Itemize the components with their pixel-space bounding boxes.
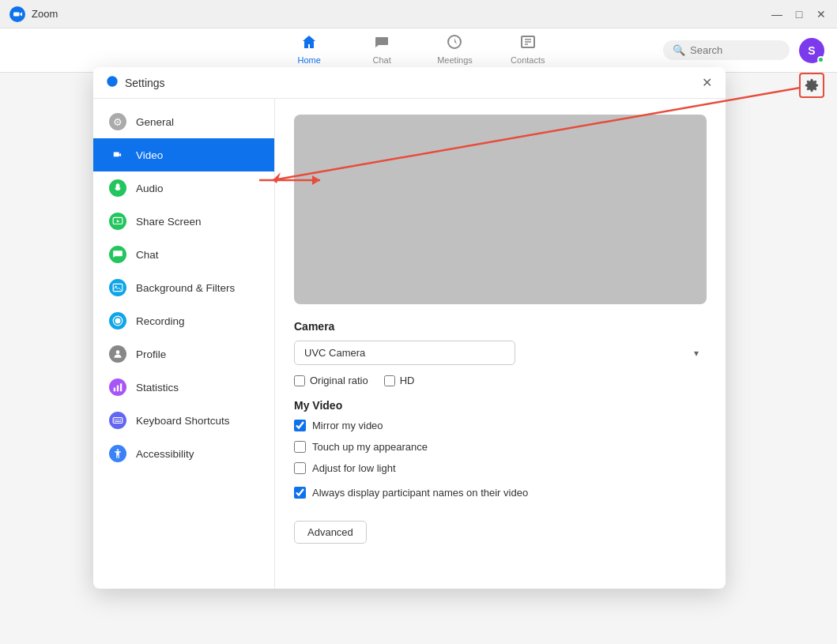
home-icon [301, 34, 317, 54]
maximize-button[interactable]: □ [793, 8, 805, 21]
settings-content: Camera UVC Camera ▾ Original ratio HD [275, 99, 726, 589]
app-logo [9, 6, 25, 22]
participant-names-label: Always display participant names on thei… [312, 487, 528, 499]
settings-body: ⚙ General Video [93, 99, 726, 589]
chat-nav-icon [374, 34, 390, 54]
sidebar-item-audio[interactable]: Audio [93, 171, 274, 205]
search-area: 🔍 [663, 40, 790, 60]
sidebar-label-recording: Recording [136, 315, 185, 327]
nav-items: Home Chat Meetings [285, 31, 552, 70]
sidebar-label-audio: Audio [136, 183, 164, 194]
hd-checkbox[interactable] [384, 375, 395, 386]
original-ratio-label: Original ratio [310, 375, 368, 386]
sidebar-label-keyboard: Keyboard Shortcuts [136, 415, 230, 427]
low-light-label: Adjust for low light [312, 462, 396, 474]
touch-up-label: Touch up my appearance [312, 441, 428, 453]
gear-button[interactable] [799, 73, 824, 98]
sidebar-item-recording[interactable]: Recording [93, 304, 274, 337]
recording-icon [109, 312, 126, 330]
svg-rect-13 [114, 388, 115, 392]
participant-names-checkbox[interactable] [294, 487, 306, 499]
general-icon: ⚙ [109, 113, 126, 130]
search-icon: 🔍 [673, 44, 685, 56]
nav-label-home: Home [298, 55, 321, 65]
titlebar: Zoom — □ ✕ [0, 0, 837, 28]
mirror-option[interactable]: Mirror my video [294, 420, 707, 431]
settings-header-icon [106, 75, 119, 91]
svg-marker-7 [117, 220, 120, 223]
sidebar-item-statistics[interactable]: Statistics [93, 371, 274, 404]
svg-rect-19 [119, 419, 119, 420]
nav-item-contacts[interactable]: Contacts [504, 31, 552, 70]
touch-up-checkbox[interactable] [294, 441, 306, 453]
camera-select[interactable]: UVC Camera [294, 341, 515, 365]
settings-header: Settings ✕ [93, 67, 726, 99]
svg-rect-21 [115, 421, 121, 422]
svg-point-10 [115, 318, 121, 324]
nav-item-chat[interactable]: Chat [358, 31, 405, 70]
svg-rect-15 [120, 383, 122, 391]
sidebar-label-chat: Chat [136, 249, 159, 261]
sidebar-item-chat[interactable]: Chat [93, 238, 274, 271]
avatar[interactable]: S [799, 38, 824, 63]
svg-rect-17 [115, 419, 115, 420]
avatar-initials: S [808, 44, 815, 57]
sidebar-item-general[interactable]: ⚙ General [93, 105, 274, 138]
nav-label-contacts: Contacts [511, 55, 545, 65]
background-icon [109, 279, 126, 296]
original-ratio-option[interactable]: Original ratio [294, 375, 368, 386]
avatar-area: S [799, 38, 824, 63]
gear-icon [805, 78, 819, 92]
nav-label-chat: Chat [373, 55, 391, 65]
camera-section-label: Camera [294, 320, 707, 333]
settings-sidebar: ⚙ General Video [93, 99, 275, 589]
audio-icon [109, 179, 126, 197]
mirror-label: Mirror my video [312, 420, 383, 431]
nav-label-meetings: Meetings [437, 55, 473, 65]
low-light-checkbox[interactable] [294, 462, 306, 474]
sidebar-label-profile: Profile [136, 348, 166, 360]
hd-label: HD [400, 375, 415, 386]
chat-icon [109, 246, 126, 263]
touch-up-option[interactable]: Touch up my appearance [294, 441, 707, 453]
svg-rect-16 [113, 418, 123, 424]
sidebar-item-keyboard[interactable]: Keyboard Shortcuts [93, 404, 274, 437]
video-preview [294, 115, 707, 304]
settings-close-button[interactable]: ✕ [697, 73, 716, 92]
select-arrow-icon: ▾ [694, 348, 699, 359]
accessibility-icon [109, 445, 126, 462]
stats-icon [109, 378, 126, 396]
camera-select-wrapper: UVC Camera ▾ [294, 341, 707, 365]
sidebar-item-accessibility[interactable]: Accessibility [93, 437, 274, 470]
app-container: Home Chat Meetings [0, 28, 837, 644]
svg-point-22 [117, 449, 119, 450]
status-dot [817, 56, 824, 63]
nav-item-home[interactable]: Home [285, 31, 333, 70]
sidebar-label-share: Share Screen [136, 216, 202, 228]
sidebar-item-background[interactable]: Background & Filters [93, 271, 274, 304]
search-box[interactable]: 🔍 [663, 40, 790, 60]
nav-item-meetings[interactable]: Meetings [431, 31, 479, 70]
sidebar-item-video[interactable]: Video [93, 138, 274, 171]
contacts-icon [520, 34, 536, 54]
settings-modal: Settings ✕ ⚙ General Video [93, 67, 726, 589]
minimize-button[interactable]: — [771, 8, 783, 21]
low-light-option[interactable]: Adjust for low light [294, 462, 707, 474]
hd-option[interactable]: HD [384, 375, 415, 386]
svg-rect-18 [116, 419, 117, 420]
camera-options-row: Original ratio HD [294, 375, 707, 386]
my-video-label: My Video [294, 399, 707, 412]
advanced-button[interactable]: Advanced [294, 521, 367, 544]
original-ratio-checkbox[interactable] [294, 375, 305, 386]
top-navigation: Home Chat Meetings [0, 28, 837, 73]
keyboard-icon [109, 412, 126, 429]
sidebar-item-profile[interactable]: Profile [93, 337, 274, 371]
sidebar-label-general: General [136, 116, 174, 128]
search-input[interactable] [690, 44, 780, 56]
participant-names-option[interactable]: Always display participant names on thei… [294, 487, 707, 499]
sidebar-label-statistics: Statistics [136, 382, 179, 394]
app-title: Zoom [32, 8, 58, 20]
mirror-checkbox[interactable] [294, 420, 306, 431]
sidebar-item-share-screen[interactable]: Share Screen [93, 205, 274, 238]
close-button[interactable]: ✕ [815, 8, 828, 21]
